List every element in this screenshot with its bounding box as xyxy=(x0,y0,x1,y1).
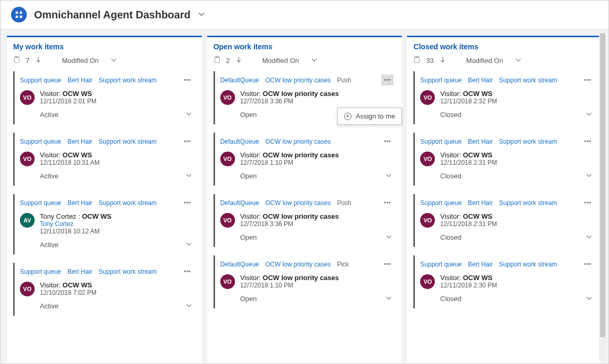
expand-chevron[interactable] xyxy=(185,240,193,249)
tag-link[interactable]: Bert Hair xyxy=(468,77,493,84)
card-status-row[interactable]: Open xyxy=(220,167,394,186)
assign-to-me-popover[interactable]: + Assign to me xyxy=(337,108,402,125)
more-options-button[interactable]: ••• xyxy=(581,74,594,85)
more-options-button[interactable]: ••• xyxy=(181,266,194,277)
tag-link[interactable]: DefaultQueue xyxy=(220,77,259,84)
expand-chevron[interactable] xyxy=(185,172,193,180)
card-status-row[interactable]: Active xyxy=(20,236,194,254)
tag-link[interactable]: Bert Hair xyxy=(68,138,92,145)
card-status-row[interactable]: Open xyxy=(220,290,394,308)
tag-link[interactable]: Support work stream xyxy=(499,138,557,145)
more-options-button[interactable]: ••• xyxy=(381,259,394,270)
tag-link[interactable]: Support work stream xyxy=(99,199,157,207)
more-options-button[interactable]: ••• xyxy=(381,136,394,147)
title-chevron-down-icon[interactable] xyxy=(198,10,205,19)
card-status-row[interactable]: Closed xyxy=(420,290,594,308)
expand-chevron[interactable] xyxy=(385,294,392,303)
work-item-card[interactable]: Support queueBert HairSupport work strea… xyxy=(13,263,196,316)
work-item-card[interactable]: Support queueBert HairSupport work strea… xyxy=(413,133,596,186)
tag-link[interactable]: Support work stream xyxy=(99,138,157,145)
tag-link[interactable]: Support queue xyxy=(20,268,61,275)
tag-link[interactable]: Support queue xyxy=(420,138,462,145)
tag-link[interactable]: Bert Hair xyxy=(68,199,92,207)
tag-link[interactable]: Support work stream xyxy=(499,77,557,84)
tag-link[interactable]: OCW low priority cases xyxy=(265,77,331,84)
tag-link[interactable]: Bert Hair xyxy=(68,268,92,275)
vertical-scrollbar[interactable] xyxy=(599,33,606,361)
clipboard-button[interactable] xyxy=(213,56,221,65)
tag-link[interactable]: Bert Hair xyxy=(468,138,493,145)
work-item-card[interactable]: DefaultQueueOCW low priority casesPush••… xyxy=(213,194,396,247)
sort-chevron[interactable] xyxy=(110,56,117,65)
work-item-card[interactable]: Support queueBert HairSupport work strea… xyxy=(13,194,196,254)
tag-link[interactable]: Support queue xyxy=(420,77,462,84)
tag-link[interactable]: Bert Hair xyxy=(468,261,493,268)
work-item-card[interactable]: DefaultQueueOCW low priority casesPick••… xyxy=(213,255,396,308)
card-status-row[interactable]: Active xyxy=(20,167,194,186)
expand-chevron[interactable] xyxy=(585,172,593,180)
sort-down-button[interactable] xyxy=(35,56,42,65)
clipboard-button[interactable] xyxy=(13,56,20,65)
card-body: VOVisitor: OCW low priority cases12/7/20… xyxy=(220,147,394,167)
card-status-row[interactable]: Closed xyxy=(420,229,594,247)
clipboard-button[interactable] xyxy=(413,56,421,65)
tag-link[interactable]: DefaultQueue xyxy=(220,138,259,145)
tag-link[interactable]: OCW low priority cases xyxy=(265,261,331,268)
tag-link[interactable]: DefaultQueue xyxy=(220,199,259,207)
more-options-button[interactable]: ••• xyxy=(181,136,194,147)
expand-chevron[interactable] xyxy=(585,233,593,242)
card-title: Visitor: OCW WS xyxy=(440,274,497,282)
tag-link[interactable]: Support queue xyxy=(20,138,61,145)
sort-field-label[interactable]: Modified On xyxy=(262,57,299,65)
more-options-button[interactable]: ••• xyxy=(381,197,394,208)
work-item-card[interactable]: Support queueBert HairSupport work strea… xyxy=(13,133,196,186)
work-item-card[interactable]: Support queueBert HairSupport work strea… xyxy=(413,194,596,247)
work-item-card[interactable]: Support queueBert HairSupport work strea… xyxy=(413,255,596,308)
scrollbar-thumb[interactable] xyxy=(600,33,605,337)
tag-link[interactable]: OCW low priority cases xyxy=(265,138,331,145)
tag-link[interactable]: Support queue xyxy=(20,199,61,207)
sort-chevron[interactable] xyxy=(311,56,318,65)
card-status-row[interactable]: Active xyxy=(20,106,194,124)
tag-link[interactable]: Support work stream xyxy=(99,268,157,275)
more-options-button[interactable]: ••• xyxy=(581,259,594,270)
card-sublink[interactable]: Tony Cortez xyxy=(40,220,112,228)
expand-chevron[interactable] xyxy=(185,110,193,119)
sort-down-button[interactable] xyxy=(235,56,242,65)
tag-link[interactable]: Bert Hair xyxy=(468,199,493,207)
sort-field-label[interactable]: Modified On xyxy=(466,57,503,65)
expand-chevron[interactable] xyxy=(385,233,392,242)
tag-link[interactable]: OCW low priority cases xyxy=(265,199,331,207)
expand-chevron[interactable] xyxy=(585,294,593,303)
tag-link[interactable]: Support work stream xyxy=(99,77,157,84)
chevron-down-icon xyxy=(185,240,193,248)
tag-link[interactable]: Support queue xyxy=(20,77,61,84)
work-item-card[interactable]: Support queueBert HairSupport work strea… xyxy=(413,71,596,124)
card-status-row[interactable]: Open xyxy=(220,229,394,247)
card-status-row[interactable]: Closed xyxy=(420,106,594,124)
tag-link[interactable]: Support work stream xyxy=(499,261,557,268)
work-item-card[interactable]: Support queueBert HairSupport work strea… xyxy=(13,71,196,124)
expand-chevron[interactable] xyxy=(585,110,593,119)
chevron-down-icon xyxy=(185,110,193,117)
sort-down-button[interactable] xyxy=(439,56,446,65)
sort-field-label[interactable]: Modified On xyxy=(62,57,99,65)
tag-link[interactable]: Support work stream xyxy=(499,199,557,207)
tag-link[interactable]: Bert Hair xyxy=(68,77,92,84)
more-options-button[interactable]: ••• xyxy=(581,197,594,208)
more-options-button[interactable]: ••• xyxy=(581,136,594,147)
card-status-row[interactable]: Active xyxy=(20,297,194,316)
more-options-button[interactable]: ••• xyxy=(181,197,194,208)
tag-link[interactable]: Support queue xyxy=(420,199,462,207)
more-options-button[interactable]: ••• xyxy=(181,74,194,85)
card-date: 12/11/2018 2:01 PM xyxy=(40,98,97,105)
work-item-card[interactable]: DefaultQueueOCW low priority cases•••VOV… xyxy=(213,133,396,186)
more-options-button[interactable]: ••• xyxy=(381,74,394,85)
sort-chevron[interactable] xyxy=(515,56,522,65)
tag-link[interactable]: Support queue xyxy=(420,261,462,268)
card-tags: Support queueBert HairSupport work strea… xyxy=(20,77,157,84)
card-status-row[interactable]: Closed xyxy=(420,167,594,186)
expand-chevron[interactable] xyxy=(385,172,392,180)
tag-link[interactable]: DefaultQueue xyxy=(220,261,259,268)
expand-chevron[interactable] xyxy=(185,302,193,311)
